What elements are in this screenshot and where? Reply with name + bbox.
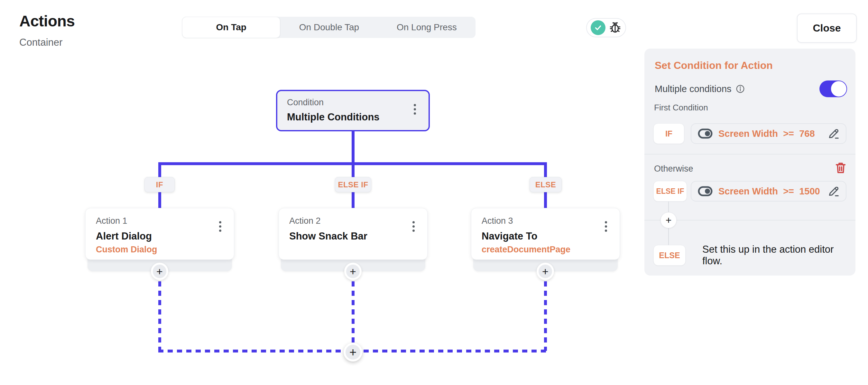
action-card-1[interactable]: Action 1 Alert Dialog Custom Dialog <box>85 208 234 260</box>
condition-expression: Screen Width >= 768 <box>718 128 822 139</box>
condition-row-if: IF Screen Width >= 768 <box>644 123 856 144</box>
branch-chip-else: ELSE <box>530 177 562 192</box>
action-title: Navigate To <box>482 231 620 242</box>
page-subtitle: Container <box>19 37 62 48</box>
kebab-menu-icon[interactable] <box>601 217 611 235</box>
toggle-glyph-icon <box>698 128 713 139</box>
condition-node-title: Multiple Conditions <box>287 111 429 123</box>
otherwise-label: Otherwise <box>654 164 693 174</box>
else-helper-text: Set this up in the action editor flow. <box>702 245 856 266</box>
divider <box>644 154 856 154</box>
page-title: Actions <box>19 12 75 30</box>
if-chip: IF <box>653 123 684 144</box>
kebab-menu-icon[interactable] <box>409 217 418 235</box>
action-card-3[interactable]: Action 3 Navigate To createDocumentPage <box>471 208 620 260</box>
toggle-glyph-icon <box>698 186 713 196</box>
edit-pencil-icon[interactable] <box>827 127 840 140</box>
validate-debug-pill <box>586 18 626 37</box>
info-icon[interactable] <box>736 84 745 94</box>
add-action-after-merge-button[interactable]: + <box>344 343 362 361</box>
multiple-conditions-label: Multiple conditions <box>655 84 732 94</box>
edit-pencil-icon[interactable] <box>827 185 840 198</box>
multiple-conditions-row: Multiple conditions <box>655 80 745 97</box>
validated-check-icon[interactable] <box>591 20 606 35</box>
kebab-menu-icon[interactable] <box>410 100 420 118</box>
branch-chip-elseif: ELSE IF <box>335 177 371 192</box>
action-title: Alert Dialog <box>96 231 234 242</box>
condition-node-label: Condition <box>287 97 429 108</box>
dashed-connector-elseif <box>352 282 354 351</box>
action-number: Action 2 <box>289 216 427 226</box>
set-condition-panel: Set Condition for Action Multiple condit… <box>644 49 856 275</box>
panel-title: Set Condition for Action <box>655 60 773 71</box>
action-subtitle: createDocumentPage <box>482 245 620 255</box>
condition-expression: Screen Width >= 1500 <box>718 186 822 197</box>
bug-icon[interactable] <box>609 21 622 34</box>
action-card-2[interactable]: Action 2 Show Snack Bar <box>279 208 428 260</box>
connector-stem <box>352 131 354 164</box>
condition-node[interactable]: Condition Multiple Conditions <box>276 90 430 131</box>
first-condition-label: First Condition <box>654 103 708 113</box>
action-subtitle: Custom Dialog <box>96 245 234 255</box>
action-title: Show Snack Bar <box>289 231 427 242</box>
panel-connector <box>668 202 669 212</box>
action-number: Action 3 <box>482 216 620 226</box>
add-condition-button[interactable]: + <box>660 212 677 228</box>
condition-field-elseif[interactable]: Screen Width >= 1500 <box>691 181 846 202</box>
else-row: ELSE Set this up in the action editor fl… <box>644 245 856 266</box>
condition-row-elseif: ELSE IF Screen Width >= 1500 <box>644 181 856 202</box>
elseif-chip: ELSE IF <box>653 181 687 202</box>
actions-editor: Actions Container On Tap On Double Tap O… <box>0 0 868 385</box>
tab-on-tap[interactable]: On Tap <box>182 17 280 38</box>
dashed-connector-else <box>544 282 547 351</box>
add-action-button[interactable]: + <box>344 263 362 280</box>
multiple-conditions-toggle[interactable] <box>819 81 847 97</box>
close-button[interactable]: Close <box>797 13 857 43</box>
add-action-button[interactable]: + <box>537 263 554 280</box>
tab-on-double-tap[interactable]: On Double Tap <box>280 17 378 38</box>
add-action-button[interactable]: + <box>151 263 168 280</box>
action-number: Action 1 <box>96 216 234 226</box>
branch-chip-if: IF <box>145 177 175 192</box>
delete-condition-trash-icon[interactable] <box>834 159 848 175</box>
else-chip: ELSE <box>653 245 686 266</box>
dashed-connector-if <box>158 282 161 351</box>
kebab-menu-icon[interactable] <box>215 217 225 235</box>
tab-on-long-press[interactable]: On Long Press <box>378 17 475 38</box>
panel-connector <box>668 228 669 245</box>
condition-field-if[interactable]: Screen Width >= 768 <box>691 123 846 144</box>
trigger-tabbar: On Tap On Double Tap On Long Press <box>182 17 475 38</box>
